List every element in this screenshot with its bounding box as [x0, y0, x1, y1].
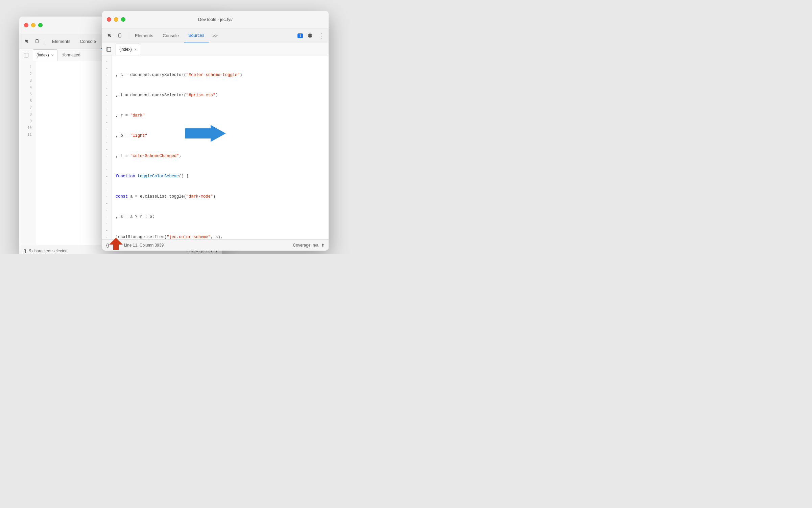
- badge-front: 1: [297, 33, 303, 38]
- status-left-back: {} 9 characters selected: [23, 248, 68, 253]
- inspect-icon[interactable]: [22, 37, 31, 46]
- svg-marker-8: [109, 238, 123, 250]
- line-num-5: 5: [19, 91, 36, 98]
- maximize-button-front[interactable]: [121, 17, 125, 22]
- line-numbers-back: 1 2 3 4 5 6 7 8 9 10 11: [19, 61, 36, 245]
- sidebar-toggle-front[interactable]: [105, 45, 113, 53]
- line-num-11: 11: [19, 131, 36, 138]
- front-line-5: , l = "colorSchemeChanged";: [116, 153, 325, 159]
- line-num-1: 1: [19, 64, 36, 71]
- svg-rect-0: [36, 40, 38, 43]
- device-icon-front[interactable]: [116, 31, 125, 41]
- file-tab-index-back[interactable]: (index) ✕: [33, 49, 57, 61]
- titlebar-front: DevTools - jec.fyi/: [102, 11, 329, 28]
- coverage-front: Coverage: n/a: [293, 243, 318, 248]
- line-num-9: 9: [19, 118, 36, 125]
- line-num-6: 6: [19, 98, 36, 104]
- line-num-8: 8: [19, 111, 36, 118]
- gutter-front: - - - - - - - - - - - - - - - - - - - - …: [102, 55, 112, 239]
- inspect-icon-front[interactable]: [105, 31, 114, 41]
- filetabs-front: (index) ✕: [102, 43, 329, 55]
- file-tab-close-front[interactable]: ✕: [134, 48, 137, 51]
- minimize-button-back[interactable]: [31, 23, 35, 27]
- front-line-9: localStorage.setItem("jec.color-scheme",…: [116, 234, 325, 239]
- front-line-7: const a = e.classList.toggle("dark-mode"…: [116, 193, 325, 200]
- window-controls-back[interactable]: [24, 23, 43, 27]
- window-controls-front[interactable]: [107, 17, 125, 22]
- device-icon[interactable]: [33, 37, 42, 46]
- front-line-3: , r = "dark": [116, 112, 325, 119]
- blue-arrow-annotation: [185, 123, 226, 144]
- toolbar-front: Elements Console Sources >> 1 ⋮: [102, 28, 329, 43]
- svg-rect-1: [37, 39, 38, 40]
- sidebar-toggle-back[interactable]: [22, 51, 30, 59]
- maximize-button-back[interactable]: [38, 23, 43, 27]
- close-button-front[interactable]: [107, 17, 111, 22]
- tab-sources-front[interactable]: Sources: [184, 28, 209, 43]
- tab-elements-front[interactable]: Elements: [131, 28, 157, 43]
- minimize-button-front[interactable]: [114, 17, 118, 22]
- svg-rect-2: [24, 53, 28, 57]
- tab-console-back[interactable]: Console: [76, 34, 100, 49]
- toolbar-divider-1: [45, 38, 45, 45]
- svg-marker-4: [185, 125, 226, 142]
- status-right-front: Coverage: n/a ⬆: [293, 243, 325, 248]
- red-arrow-icon: [109, 238, 123, 250]
- toolbar-right-front: 1 ⋮: [297, 31, 326, 41]
- code-area-front: - - - - - - - - - - - - - - - - - - - - …: [102, 55, 329, 239]
- format-icon-front[interactable]: {}: [106, 243, 109, 248]
- line-num-7: 7: [19, 104, 36, 111]
- file-tab-formatted-back[interactable]: :formatted: [59, 49, 84, 61]
- line-num-2: 2: [19, 71, 36, 77]
- line-num-4: 4: [19, 84, 36, 91]
- close-button-back[interactable]: [24, 23, 28, 27]
- format-icon-back[interactable]: {}: [23, 248, 26, 253]
- settings-icon-front[interactable]: [305, 31, 314, 41]
- tab-elements-back[interactable]: Elements: [48, 34, 74, 49]
- status-left-front: {} Line 11, Column 3939: [106, 243, 164, 248]
- coverage-icon-front: ⬆: [321, 243, 325, 248]
- file-tab-index-front[interactable]: (index) ✕: [116, 44, 140, 55]
- status-text-back: 9 characters selected: [29, 249, 68, 253]
- tab-console-front[interactable]: Console: [159, 28, 183, 43]
- svg-rect-6: [107, 47, 111, 51]
- front-line-6: function toggleColorScheme() {: [116, 173, 325, 180]
- front-line-1: , c = document.querySelector("#color-sch…: [116, 72, 325, 78]
- line-num-10: 10: [19, 125, 36, 131]
- window-title-front: DevTools - jec.fyi/: [198, 17, 233, 22]
- line-num-3: 3: [19, 77, 36, 84]
- statusbar-front: {} Line 11, Column 3939 Coverage: n/a ⬆: [102, 239, 329, 251]
- toolbar-divider-front-1: [128, 32, 128, 39]
- front-line-2: , t = document.querySelector("#prism-css…: [116, 92, 325, 99]
- status-position-front: Line 11, Column 3939: [124, 243, 164, 248]
- front-line-8: , s = a ? r : o;: [116, 213, 325, 220]
- svg-rect-5: [119, 34, 121, 37]
- file-tab-close-back[interactable]: ✕: [51, 53, 54, 57]
- code-content-front[interactable]: , c = document.querySelector("#color-sch…: [112, 55, 329, 239]
- tab-more-front[interactable]: >>: [210, 33, 220, 38]
- more-icon-front[interactable]: ⋮: [316, 31, 326, 41]
